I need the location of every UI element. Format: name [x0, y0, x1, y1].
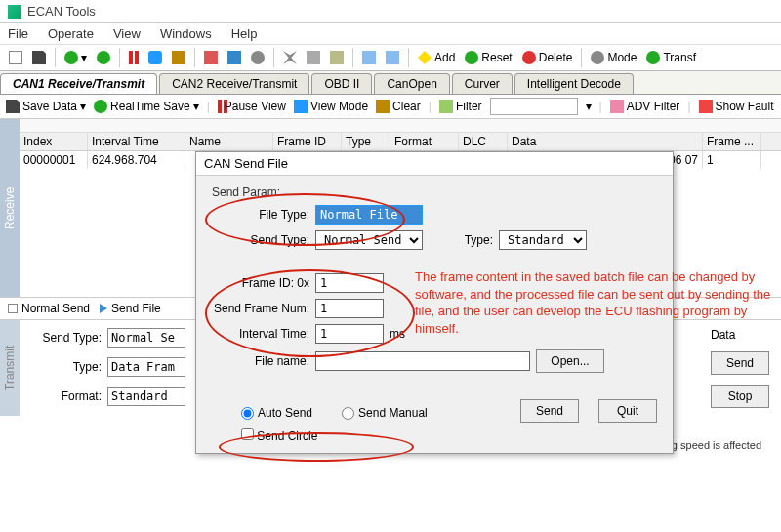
dlg-quit-button[interactable]: Quit	[598, 399, 657, 423]
add-icon	[418, 51, 432, 64]
paste-icon	[330, 51, 344, 64]
cut-button[interactable]	[280, 48, 300, 67]
col-dlc[interactable]: DLC	[459, 133, 508, 150]
delete-button[interactable]: Delete	[519, 48, 576, 67]
annotation-text: The frame content in the saved batch fil…	[415, 268, 776, 337]
paste-button[interactable]	[327, 48, 347, 67]
tab-normal-send[interactable]: Normal Send	[8, 302, 90, 315]
menu-file[interactable]: File	[8, 26, 28, 41]
scissors-icon	[283, 51, 297, 64]
col-frame[interactable]: Frame ...	[703, 133, 761, 150]
col-name[interactable]: Name	[185, 133, 273, 150]
dlg-type-select[interactable]: Standard	[499, 230, 587, 250]
copy-button[interactable]	[304, 48, 323, 67]
col-type[interactable]: Type	[342, 133, 390, 150]
gear-icon	[251, 51, 265, 64]
receive-side-tab[interactable]: Receive	[0, 119, 20, 297]
dialog-title: CAN Send File	[196, 152, 673, 176]
col-interval[interactable]: Interval Time	[88, 133, 185, 150]
view-mode-button[interactable]: View Mode	[294, 100, 368, 113]
filter-icon	[439, 100, 453, 113]
tool-b-button[interactable]	[225, 48, 244, 67]
cell-index: 00000001	[20, 151, 88, 169]
tab-can1[interactable]: CAN1 Receive/Transmit	[0, 73, 157, 94]
app-title: ECAN Tools	[27, 4, 96, 19]
tool-b-icon	[227, 51, 241, 64]
mode-icon	[591, 51, 604, 64]
channel-tabs: CAN1 Receive/Transmit CAN2 Receive/Trans…	[0, 71, 781, 95]
annotation-oval-3	[219, 432, 414, 462]
type-label: Type:	[31, 360, 102, 374]
tab-canopen[interactable]: CanOpen	[374, 73, 449, 94]
sendmanual-radio[interactable]: Send Manual	[342, 406, 428, 420]
transmit-side-tab[interactable]: Transmit	[0, 320, 20, 416]
pause-view-icon	[218, 100, 222, 113]
fault-icon	[699, 100, 713, 113]
menu-bar: File Operate View Windows Help	[0, 23, 781, 45]
pause-view-button[interactable]: Pause View	[218, 100, 286, 113]
tab-can2[interactable]: CAN2 Receive/Transmit	[159, 73, 309, 94]
col-format[interactable]: Format	[390, 133, 459, 150]
filter-input[interactable]	[490, 98, 578, 115]
sendmanual-radio-input[interactable]	[342, 407, 354, 420]
pause-icon	[129, 51, 133, 64]
stop-button[interactable]	[145, 48, 165, 67]
cell-frame: 1	[703, 151, 761, 169]
col-index[interactable]: Index	[20, 133, 88, 150]
dlg-type-label: Type:	[454, 233, 493, 247]
mode-button[interactable]: Mode	[588, 48, 639, 67]
play-button[interactable]	[94, 48, 113, 67]
refresh-button[interactable]: ▾	[62, 48, 90, 67]
adv-filter-icon	[610, 100, 624, 113]
refresh-icon	[64, 51, 78, 64]
tab-send-file[interactable]: Send File	[100, 302, 161, 315]
type-select[interactable]	[107, 357, 185, 377]
tab-curver[interactable]: Curver	[452, 73, 513, 94]
col-data[interactable]: Data	[508, 133, 703, 150]
square-icon	[8, 304, 18, 313]
annotation-oval-2	[205, 269, 415, 357]
menu-help[interactable]: Help	[231, 26, 258, 41]
tool-c-button[interactable]	[248, 48, 267, 67]
save-data-button[interactable]: Save Data ▾	[6, 100, 86, 113]
reset-icon	[465, 51, 478, 64]
new-button[interactable]	[6, 48, 25, 67]
save-button[interactable]	[29, 48, 49, 67]
sendtype-label: Send Type:	[31, 331, 102, 345]
annotation-oval-1	[205, 193, 405, 246]
save-data-icon	[6, 100, 20, 113]
format-select[interactable]	[107, 387, 185, 406]
adv-filter-button[interactable]: ADV Filter	[610, 100, 680, 113]
tab-obd[interactable]: OBD II	[311, 73, 372, 94]
transfer-button[interactable]: Transf	[643, 48, 699, 67]
stop-button[interactable]: Stop	[711, 385, 769, 408]
send-button[interactable]: Send	[711, 351, 769, 375]
sendtype-select[interactable]	[107, 328, 185, 348]
open-button[interactable]: Open...	[536, 349, 604, 373]
realtime-icon	[94, 100, 107, 113]
reset-button[interactable]: Reset	[462, 48, 514, 67]
menu-operate[interactable]: Operate	[48, 26, 94, 41]
col-frameid[interactable]: Frame ID	[273, 133, 342, 150]
show-fault-button[interactable]: Show Fault	[699, 100, 774, 113]
view-a-button[interactable]	[359, 48, 379, 67]
dlg-send-button[interactable]: Send	[520, 399, 579, 423]
add-button[interactable]: Add	[415, 48, 458, 67]
view-b-button[interactable]	[383, 48, 402, 67]
view-mode-icon	[294, 100, 308, 113]
filter-button[interactable]: Filter	[439, 100, 482, 113]
arrow-right-icon	[100, 304, 107, 313]
stop-icon	[148, 51, 162, 64]
tool-a-button[interactable]	[201, 48, 221, 67]
autosend-radio-input[interactable]	[241, 407, 254, 420]
sub-toolbar: Save Data ▾ RealTime Save ▾ | Pause View…	[0, 95, 781, 119]
delete-icon	[522, 51, 536, 64]
clear-button[interactable]	[169, 48, 188, 67]
realtime-save-button[interactable]: RealTime Save ▾	[94, 100, 199, 113]
autosend-radio[interactable]: Auto Send	[241, 406, 312, 420]
pause-button[interactable]	[126, 48, 142, 67]
menu-windows[interactable]: Windows	[160, 26, 212, 41]
menu-view[interactable]: View	[113, 26, 141, 41]
clear-view-button[interactable]: Clear	[376, 100, 421, 113]
tab-intelligent-decode[interactable]: Intelligent Decode	[514, 73, 634, 94]
